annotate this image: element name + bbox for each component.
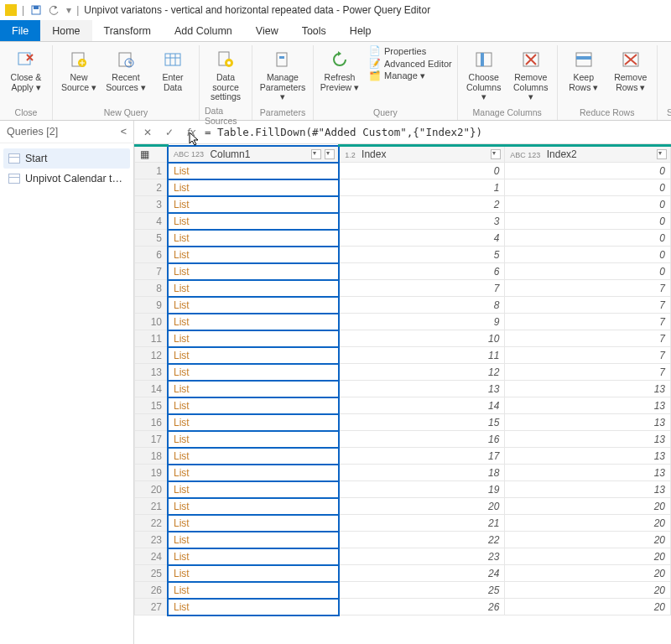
cell-index[interactable]: 11 (339, 347, 505, 364)
cell-column1[interactable]: List (168, 347, 339, 364)
sort-button[interactable]: S (663, 45, 671, 85)
tab-addcolumn[interactable]: Add Column (163, 20, 244, 41)
cell-index2[interactable]: 0 (505, 247, 671, 263)
table-row[interactable]: 12List117 (135, 347, 671, 364)
tab-file[interactable]: File (0, 20, 40, 41)
row-number[interactable]: 6 (135, 247, 169, 263)
cell-index[interactable]: 6 (339, 263, 505, 280)
cell-index2[interactable]: 7 (505, 364, 671, 381)
refresh-preview-button[interactable]: Refresh Preview ▾ (319, 45, 361, 96)
cell-column1[interactable]: List (168, 498, 339, 515)
row-header-corner[interactable]: ▦ (135, 146, 169, 163)
row-number[interactable]: 4 (135, 213, 169, 230)
cell-index2[interactable]: 7 (505, 280, 671, 297)
cell-index[interactable]: 7 (339, 280, 505, 297)
properties-button[interactable]: 📄Properties (369, 45, 452, 56)
table-row[interactable]: 24List2320 (135, 548, 671, 565)
cell-index2[interactable]: 13 (505, 448, 671, 465)
cell-index[interactable]: 19 (339, 481, 505, 498)
fx-icon[interactable]: fx (183, 124, 200, 141)
table-row[interactable]: 2List10 (135, 179, 671, 196)
cell-index2[interactable]: 0 (505, 263, 671, 280)
data-source-settings-button[interactable]: Data source settings (205, 45, 247, 106)
recent-sources-button[interactable]: Recent Sources ▾ (105, 45, 147, 96)
row-number[interactable]: 25 (135, 565, 169, 582)
cell-index[interactable]: 2 (339, 196, 505, 213)
row-number[interactable]: 5 (135, 230, 169, 247)
row-number[interactable]: 11 (135, 330, 169, 347)
cell-index2[interactable]: 0 (505, 230, 671, 247)
table-row[interactable]: 10List97 (135, 314, 671, 330)
table-row[interactable]: 5List40 (135, 230, 671, 247)
cell-index2[interactable]: 0 (505, 196, 671, 213)
cell-column1[interactable]: List (168, 448, 339, 465)
table-row[interactable]: 21List2020 (135, 498, 671, 515)
table-row[interactable]: 8List77 (135, 280, 671, 297)
row-number[interactable]: 24 (135, 548, 169, 565)
col3-filter[interactable] (657, 149, 667, 159)
cell-column1[interactable]: List (168, 381, 339, 397)
query-item[interactable]: Unpivot Calendar to T... (3, 169, 130, 189)
keep-rows-button[interactable]: Keep Rows ▾ (563, 45, 605, 96)
row-number[interactable]: 18 (135, 448, 169, 465)
table-row[interactable]: 22List2120 (135, 515, 671, 532)
cell-index[interactable]: 20 (339, 498, 505, 515)
col1-filter[interactable] (311, 149, 321, 159)
cell-index2[interactable]: 0 (505, 213, 671, 230)
formula-input[interactable] (205, 126, 666, 138)
cell-index[interactable]: 0 (339, 163, 505, 179)
choose-columns-button[interactable]: Choose Columns ▾ (463, 45, 505, 106)
table-row[interactable]: 4List30 (135, 213, 671, 230)
cell-index2[interactable]: 7 (505, 347, 671, 364)
cell-index2[interactable]: 20 (505, 599, 671, 615)
cell-column1[interactable]: List (168, 532, 339, 548)
cell-index2[interactable]: 13 (505, 431, 671, 448)
cell-index2[interactable]: 0 (505, 179, 671, 196)
table-row[interactable]: 6List50 (135, 247, 671, 263)
cell-column1[interactable]: List (168, 196, 339, 213)
cell-index[interactable]: 17 (339, 448, 505, 465)
table-row[interactable]: 23List2220 (135, 532, 671, 548)
table-row[interactable]: 1List00 (135, 163, 671, 179)
tab-help[interactable]: Help (338, 20, 383, 41)
row-number[interactable]: 26 (135, 582, 169, 599)
cell-index2[interactable]: 13 (505, 414, 671, 431)
cell-index[interactable]: 26 (339, 599, 505, 615)
row-number[interactable]: 21 (135, 498, 169, 515)
cell-index[interactable]: 24 (339, 565, 505, 582)
cell-index2[interactable]: 13 (505, 481, 671, 498)
table-row[interactable]: 18List1713 (135, 448, 671, 465)
row-number[interactable]: 17 (135, 431, 169, 448)
cell-index2[interactable]: 20 (505, 532, 671, 548)
query-item[interactable]: Start (3, 148, 130, 169)
table-row[interactable]: 19List1813 (135, 465, 671, 481)
table-row[interactable]: 16List1513 (135, 414, 671, 431)
row-number[interactable]: 20 (135, 481, 169, 498)
cell-index2[interactable]: 13 (505, 381, 671, 397)
cell-column1[interactable]: List (168, 565, 339, 582)
cell-column1[interactable]: List (168, 213, 339, 230)
row-number[interactable]: 8 (135, 280, 169, 297)
cell-column1[interactable]: List (168, 599, 339, 615)
cell-index[interactable]: 21 (339, 515, 505, 532)
cell-index[interactable]: 5 (339, 247, 505, 263)
cell-column1[interactable]: List (168, 247, 339, 263)
cell-index2[interactable]: 13 (505, 465, 671, 481)
table-row[interactable]: 14List1313 (135, 381, 671, 397)
row-number[interactable]: 14 (135, 381, 169, 397)
row-number[interactable]: 1 (135, 163, 169, 179)
cell-index[interactable]: 13 (339, 381, 505, 397)
table-row[interactable]: 25List2420 (135, 565, 671, 582)
cell-column1[interactable]: List (168, 230, 339, 247)
cell-column1[interactable]: List (168, 280, 339, 297)
row-number[interactable]: 15 (135, 397, 169, 414)
advanced-editor-button[interactable]: 📝Advanced Editor (369, 58, 452, 69)
tab-transform[interactable]: Transform (92, 20, 164, 41)
col-header-index[interactable]: 1.2 Index (339, 146, 505, 163)
row-number[interactable]: 9 (135, 297, 169, 314)
tab-home[interactable]: Home (40, 20, 91, 41)
tab-tools[interactable]: Tools (290, 20, 338, 41)
cell-index2[interactable]: 7 (505, 314, 671, 330)
col2-filter[interactable] (491, 149, 501, 159)
cell-index[interactable]: 14 (339, 397, 505, 414)
